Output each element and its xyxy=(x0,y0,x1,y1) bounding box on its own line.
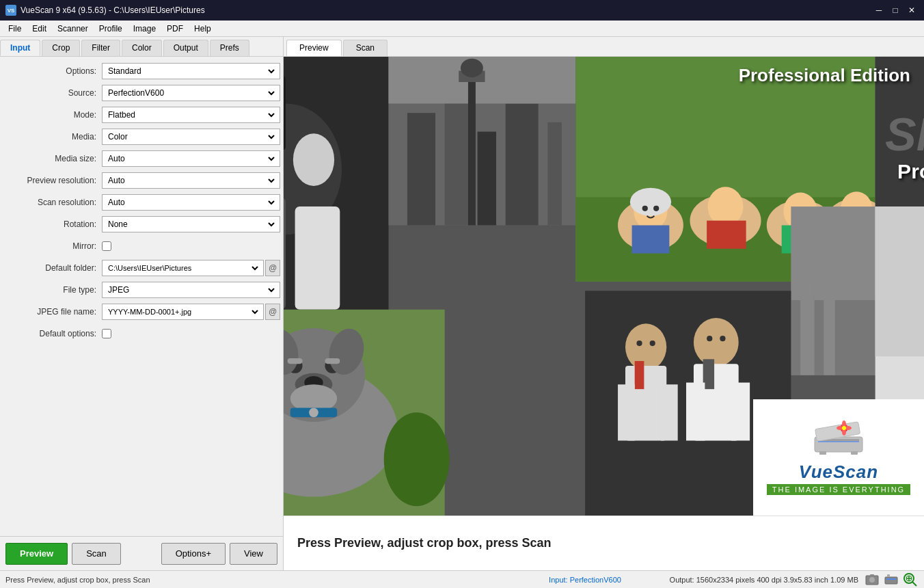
preview-area[interactable]: EF-S xyxy=(284,57,924,516)
svg-rect-8 xyxy=(295,206,340,310)
rotation-select[interactable]: None xyxy=(102,216,280,232)
jpeg-filename-dropdown[interactable]: YYYY-MM-DD-0001+.jpg xyxy=(105,304,260,319)
preview-resolution-label: Preview resolution: xyxy=(3,176,102,185)
menu-help[interactable]: Help xyxy=(189,23,217,35)
preview-resolution-dropdown[interactable]: Auto xyxy=(105,173,277,188)
svg-point-6 xyxy=(293,133,334,186)
svg-rect-21 xyxy=(468,75,476,225)
file-type-label: File type: xyxy=(3,285,102,295)
options-dropdown[interactable]: Standard xyxy=(105,64,277,79)
jpeg-filename-wrapper: YYYY-MM-DD-0001+.jpg @ xyxy=(102,304,280,320)
file-type-dropdown[interactable]: JPEG xyxy=(105,282,277,297)
preview-tab-bar: Preview Scan xyxy=(284,37,924,57)
svg-rect-109 xyxy=(887,574,890,577)
scan-button[interactable]: Scan xyxy=(72,543,121,565)
status-left-text: Press Preview, adjust crop box, press Sc… xyxy=(5,576,517,584)
title-bar: VS VueScan 9 x64 (9.5.63) - C:\Users\IEU… xyxy=(0,0,924,21)
rotation-dropdown[interactable]: None xyxy=(105,217,277,232)
minimize-button[interactable]: ─ xyxy=(872,3,886,17)
menu-file[interactable]: File xyxy=(3,23,27,35)
svg-point-65 xyxy=(384,412,450,506)
svg-rect-15 xyxy=(407,113,435,225)
media-size-dropdown[interactable]: Auto xyxy=(105,151,277,166)
media-size-label: Media size: xyxy=(3,154,102,163)
media-select[interactable]: Color xyxy=(102,129,280,145)
default-folder-at-button[interactable]: @ xyxy=(265,260,280,276)
preview-resolution-select[interactable]: Auto xyxy=(102,172,280,189)
tab-color[interactable]: Color xyxy=(122,40,162,56)
left-tab-bar: Input Crop Filter Color Output Prefs xyxy=(0,37,283,57)
svg-rect-32 xyxy=(707,221,746,249)
options-row: Options: Standard xyxy=(3,62,280,80)
tab-input[interactable]: Input xyxy=(0,40,40,56)
status-bar: Press Preview, adjust crop box, press Sc… xyxy=(0,570,924,588)
menu-profile[interactable]: Profile xyxy=(94,23,128,35)
svg-text:VS: VS xyxy=(8,8,15,14)
mirror-label: Mirror: xyxy=(3,241,102,251)
options-label: Options: xyxy=(3,66,102,76)
tab-output[interactable]: Output xyxy=(163,40,208,56)
default-folder-field[interactable]: C:\Users\IEUser\Pictures xyxy=(102,260,264,276)
options-select[interactable]: Standard xyxy=(102,63,280,79)
svg-rect-78 xyxy=(686,383,705,441)
status-zoom-icon[interactable] xyxy=(902,572,919,587)
press-preview-text: Press Preview, adjust crop box, press Sc… xyxy=(297,536,552,550)
file-type-select[interactable]: JPEG xyxy=(102,282,280,298)
svg-rect-79 xyxy=(731,383,750,441)
source-dropdown[interactable]: PerfectionV600 xyxy=(105,85,277,101)
svg-point-29 xyxy=(630,188,671,216)
preview-button[interactable]: Preview xyxy=(5,543,68,565)
mirror-checkbox[interactable] xyxy=(102,241,111,251)
maximize-button[interactable]: □ xyxy=(888,3,902,17)
jpeg-filename-field[interactable]: YYYY-MM-DD-0001+.jpg xyxy=(102,304,264,320)
mode-select[interactable]: Flatbed xyxy=(102,107,280,123)
view-button[interactable]: View xyxy=(230,543,277,565)
file-type-row: File type: JPEG xyxy=(3,281,280,299)
svg-rect-108 xyxy=(886,578,896,580)
status-photo-icon[interactable] xyxy=(864,572,880,587)
preview-resolution-row: Preview resolution: Auto xyxy=(3,172,280,189)
status-right-text: Output: 1560x2334 pixels 400 dpi 3.9x5.8… xyxy=(653,576,858,584)
mode-label: Mode: xyxy=(3,110,102,120)
jpeg-filename-at-button[interactable]: @ xyxy=(265,304,280,320)
scan-resolution-select[interactable]: Auto xyxy=(102,194,280,211)
media-dropdown[interactable]: Color xyxy=(105,129,277,144)
left-panel: Input Crop Filter Color Output Prefs Opt… xyxy=(0,37,284,570)
media-size-row: Media size: Auto xyxy=(3,150,280,168)
svg-point-80 xyxy=(636,340,642,346)
mode-dropdown[interactable]: Flatbed xyxy=(105,107,277,122)
tab-filter[interactable]: Filter xyxy=(81,40,120,56)
source-select[interactable]: PerfectionV600 xyxy=(102,85,280,101)
svg-point-40 xyxy=(653,206,659,211)
preview-tab-scan[interactable]: Scan xyxy=(343,40,388,56)
app-icon: VS xyxy=(5,5,16,16)
options-plus-button[interactable]: Options+ xyxy=(161,543,226,565)
status-icons xyxy=(864,572,919,587)
default-options-checkbox[interactable] xyxy=(102,329,111,338)
svg-rect-16 xyxy=(445,94,468,226)
default-folder-dropdown[interactable]: C:\Users\IEUser\Pictures xyxy=(105,260,260,276)
svg-point-105 xyxy=(869,577,875,583)
menu-scanner[interactable]: Scanner xyxy=(52,23,94,35)
svg-rect-74 xyxy=(661,384,678,440)
media-row: Media: Color xyxy=(3,128,280,146)
right-panel: Preview Scan EF-S xyxy=(284,37,924,570)
svg-point-83 xyxy=(720,336,725,341)
tab-crop[interactable]: Crop xyxy=(42,40,80,56)
preview-tab-preview[interactable]: Preview xyxy=(286,40,342,56)
media-label: Media: xyxy=(3,132,102,142)
default-options-label: Default options: xyxy=(3,329,102,338)
svg-point-67 xyxy=(309,408,318,418)
media-size-select[interactable]: Auto xyxy=(102,150,280,167)
menu-edit[interactable]: Edit xyxy=(27,23,52,35)
close-button[interactable]: ✕ xyxy=(905,3,919,17)
menu-image[interactable]: Image xyxy=(128,23,161,35)
tab-prefs[interactable]: Prefs xyxy=(210,40,249,56)
svg-point-82 xyxy=(707,336,712,341)
menu-pdf[interactable]: PDF xyxy=(161,23,189,35)
default-folder-wrapper: C:\Users\IEUser\Pictures @ xyxy=(102,260,280,276)
scan-resolution-dropdown[interactable]: Auto xyxy=(105,195,277,210)
status-scan-icon[interactable] xyxy=(883,572,899,587)
svg-rect-89 xyxy=(875,206,924,356)
source-label: Source: xyxy=(3,88,102,98)
